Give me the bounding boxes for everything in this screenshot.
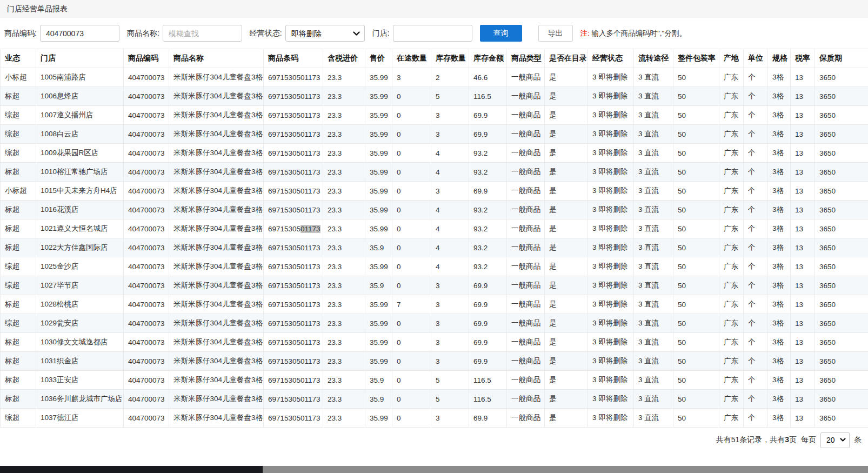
table-body: 小标超1005南浦路店404700073米斯米豚仔304儿童餐盘3格697153… <box>1 68 868 428</box>
table-cell: 一般商品 <box>507 144 545 163</box>
table-cell: 23.3 <box>323 352 365 371</box>
table-cell: 个 <box>744 68 768 87</box>
per-page-select[interactable]: 20 <box>820 432 850 448</box>
table-cell: 3650 <box>815 201 868 219</box>
table-cell: 1036务川麒龙城市广场店 <box>36 390 124 409</box>
table-cell: 广东 <box>719 390 744 409</box>
table-cell: 米斯米豚仔304儿童餐盘3格 <box>169 333 264 352</box>
table-cell: 个 <box>744 87 768 106</box>
table-cell: 是 <box>545 238 588 257</box>
column-header: 库存金额 <box>469 49 507 68</box>
table-cell: 3格 <box>768 314 791 333</box>
store-label: 门店: <box>372 29 390 38</box>
table-cell: 是 <box>545 333 588 352</box>
table-cell: 13 <box>791 276 815 295</box>
product-name-input[interactable] <box>163 25 242 42</box>
table-cell: 3 即将删除 <box>588 125 634 144</box>
table-cell: 93.2 <box>469 144 507 163</box>
table-cell: 69.9 <box>469 182 507 201</box>
export-button[interactable]: 导出 <box>538 25 573 42</box>
table-cell: 一般商品 <box>507 68 545 87</box>
table-cell: 0 <box>392 219 431 238</box>
table-cell: 6971530501173 <box>264 371 323 390</box>
table-cell: 标超 <box>1 87 36 106</box>
table-cell: 一般商品 <box>507 106 545 125</box>
table-cell: 404700073 <box>124 352 169 371</box>
table-cell: 69.9 <box>469 125 507 144</box>
table-cell: 50 <box>673 144 719 163</box>
table-cell: 50 <box>673 238 719 257</box>
table-cell: 13 <box>791 68 815 87</box>
table-cell: 404700073 <box>124 257 169 276</box>
table-cell: 一般商品 <box>507 352 545 371</box>
table-cell: 3 <box>392 68 431 87</box>
search-button[interactable]: 查询 <box>480 25 522 42</box>
table-cell: 米斯米豚仔304儿童餐盘3格 <box>169 295 264 314</box>
store-input[interactable] <box>393 25 472 42</box>
table-cell: 0 <box>392 333 431 352</box>
table-cell: 404700073 <box>124 182 169 201</box>
table-cell: 3 即将删除 <box>588 371 634 390</box>
table-cell: 个 <box>744 390 768 409</box>
table-cell: 3650 <box>815 125 868 144</box>
table-cell: 116.5 <box>469 87 507 106</box>
table-cell: 广东 <box>719 238 744 257</box>
table-cell: 13 <box>791 106 815 125</box>
table-cell: 6971530501173 <box>264 201 323 219</box>
table-cell: 0 <box>392 182 431 201</box>
table-cell: 4 <box>431 219 469 238</box>
table-cell: 米斯米豚仔304儿童餐盘3格 <box>169 68 264 87</box>
titlebar: 门店经营单品报表 <box>0 0 868 18</box>
table-cell: 米斯米豚仔304儿童餐盘3格 <box>169 257 264 276</box>
table-cell: 6971530501173 <box>264 276 323 295</box>
table-cell: 13 <box>791 163 815 182</box>
table-cell: 米斯米豚仔304儿童餐盘3格 <box>169 238 264 257</box>
table-cell: 3650 <box>815 106 868 125</box>
table-cell: 1027毕节店 <box>36 276 124 295</box>
table-cell: 3 即将删除 <box>588 68 634 87</box>
table-cell: 1015中天未来方舟H4店 <box>36 182 124 201</box>
table-cell: 3650 <box>815 144 868 163</box>
product-code-input[interactable] <box>40 25 119 42</box>
table-cell: 米斯米豚仔304儿童餐盘3格 <box>169 409 264 428</box>
barcode-text: 69715305 <box>268 225 301 233</box>
table-cell: 小标超 <box>1 68 36 87</box>
per-page-label: 每页 <box>801 435 816 445</box>
table-cell: 0 <box>392 144 431 163</box>
table-cell: 标超 <box>1 201 36 219</box>
table-cell: 一般商品 <box>507 238 545 257</box>
horizontal-scrollbar[interactable] <box>0 466 868 473</box>
table-cell: 一般商品 <box>507 182 545 201</box>
table-cell: 1030修文文城逸都店 <box>36 333 124 352</box>
status-select[interactable]: 即将删除 <box>285 25 365 42</box>
filter-store: 门店: <box>372 25 472 42</box>
table-cell: 35.99 <box>365 333 392 352</box>
table-row: 标超1030修文文城逸都店404700073米斯米豚仔304儿童餐盘3格6971… <box>1 333 868 352</box>
table-cell: 广东 <box>719 125 744 144</box>
table-cell: 个 <box>744 333 768 352</box>
table-cell: 6971530501173 <box>264 87 323 106</box>
table-cell: 3 直流 <box>634 201 673 219</box>
table-cell: 个 <box>744 106 768 125</box>
table-cell: 米斯米豚仔304儿童餐盘3格 <box>169 87 264 106</box>
table-cell: 23.3 <box>323 371 365 390</box>
column-header: 商品编码 <box>124 49 169 68</box>
table-row: 综超1037德江店404700073米斯米豚仔304儿童餐盘3格69715305… <box>1 409 868 428</box>
table-cell: 3 <box>431 276 469 295</box>
table-cell: 个 <box>744 238 768 257</box>
table-cell: 标超 <box>1 333 36 352</box>
table-cell: 个 <box>744 219 768 238</box>
table-cell: 3格 <box>768 219 791 238</box>
filter-bar: 商品编码: 商品名称: 经营状态: 即将删除 门店: 查询 导出 注: 输入多个… <box>0 18 868 49</box>
column-header: 税率 <box>791 49 815 68</box>
table-cell: 广东 <box>719 333 744 352</box>
scrollbar-thumb[interactable] <box>0 466 263 473</box>
table-cell: 一般商品 <box>507 333 545 352</box>
table-cell: 是 <box>545 144 588 163</box>
table-cell: 35.99 <box>365 257 392 276</box>
table-cell: 广东 <box>719 352 744 371</box>
table-cell: 4 <box>431 163 469 182</box>
table-cell: 一般商品 <box>507 201 545 219</box>
table-cell: 个 <box>744 125 768 144</box>
table-cell: 23.3 <box>323 238 365 257</box>
